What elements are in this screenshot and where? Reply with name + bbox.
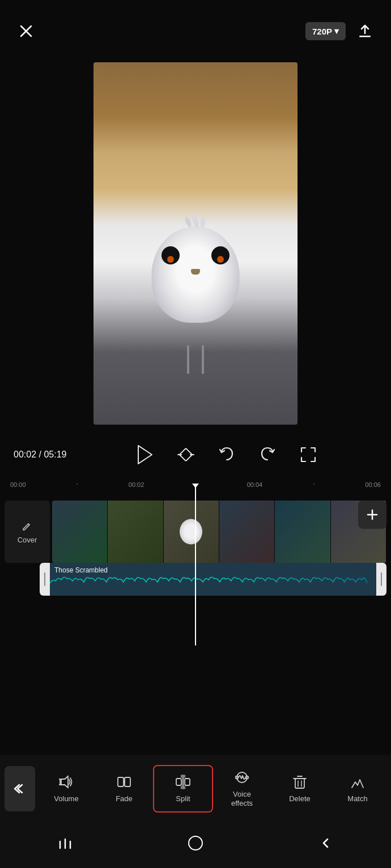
ruler-mark-0: 00:00 <box>10 481 26 488</box>
resolution-arrow-icon: ▾ <box>334 26 339 36</box>
upload-icon <box>357 23 373 39</box>
match-icon <box>350 774 366 790</box>
voice-effects-icon <box>234 769 250 785</box>
toolbar-items: Volume Fade Split <box>37 765 386 812</box>
resolution-button[interactable]: 720P ▾ <box>305 22 346 40</box>
back-chevron-icon <box>14 783 26 795</box>
home-icon <box>187 835 204 852</box>
header-right: 720P ▾ <box>305 19 377 44</box>
resolution-label: 720P <box>312 27 332 36</box>
undo-button[interactable] <box>215 443 238 466</box>
waveform-visualization <box>50 574 367 592</box>
svg-rect-16 <box>125 777 130 786</box>
svg-rect-28 <box>295 779 304 788</box>
toolbar-item-match[interactable]: Match <box>329 765 386 812</box>
video-preview <box>94 62 298 425</box>
playback-controls <box>76 443 377 466</box>
undo-icon <box>218 446 235 463</box>
redo-icon <box>259 446 276 463</box>
menu-icon <box>58 836 73 850</box>
playhead <box>195 487 196 645</box>
audio-handle-left[interactable] <box>40 563 50 596</box>
audio-track[interactable]: Those Scrambled <box>40 563 386 596</box>
cover-label: Cover <box>18 536 37 544</box>
nav-back-button[interactable] <box>309 829 343 857</box>
fullscreen-button[interactable] <box>297 443 320 466</box>
bottom-toolbar: Volume Fade Split <box>0 755 391 823</box>
fade-label: Fade <box>116 794 133 803</box>
audio-handle-right[interactable] <box>376 563 386 596</box>
ruler-mark-6: 00:06 <box>365 481 381 488</box>
svg-line-8 <box>28 524 29 525</box>
split-label: Split <box>176 794 190 803</box>
toolbar-back-button[interactable] <box>5 766 35 811</box>
nav-home-button[interactable] <box>178 829 212 857</box>
playhead-top <box>192 484 199 488</box>
svg-rect-20 <box>185 779 190 785</box>
play-button[interactable] <box>134 443 156 466</box>
strip-thumb-5 <box>275 501 330 563</box>
video-strip[interactable] <box>52 501 386 563</box>
strip-thumb-2 <box>108 501 163 563</box>
keyframe-button[interactable] <box>175 443 197 466</box>
svg-point-36 <box>189 836 202 850</box>
svg-rect-19 <box>176 779 181 785</box>
plus-icon <box>366 508 379 521</box>
match-label: Match <box>347 794 367 803</box>
close-icon <box>19 24 33 39</box>
fade-icon <box>116 774 132 790</box>
toolbar-item-fade[interactable]: Fade <box>95 765 153 812</box>
delete-icon <box>292 774 308 790</box>
ruler-mark-2: 00:02 <box>129 481 144 488</box>
svg-rect-15 <box>118 777 124 786</box>
playback-bar: 00:02 / 05:19 <box>0 435 391 474</box>
svg-marker-4 <box>138 446 152 464</box>
split-icon <box>175 774 191 790</box>
fullscreen-icon <box>300 446 317 463</box>
redo-button[interactable] <box>256 443 279 466</box>
voice-effects-label: Voiceeffects <box>231 790 253 807</box>
total-time: 05:19 <box>44 450 66 459</box>
nav-back-icon <box>320 837 332 849</box>
ruler-mark-4: 00:04 <box>247 481 263 488</box>
video-frame <box>94 62 298 425</box>
delete-label: Delete <box>289 794 311 803</box>
edit-cover-icon <box>21 520 33 532</box>
time-display: 00:02 / 05:19 <box>14 450 76 460</box>
strip-thumb-1 <box>52 501 108 563</box>
header: 720P ▾ <box>0 0 391 62</box>
add-clip-button[interactable] <box>358 501 386 529</box>
toolbar-item-voice-effects[interactable]: Voiceeffects <box>213 765 271 812</box>
close-button[interactable] <box>14 19 39 44</box>
audio-track-name: Those Scrambled <box>54 566 108 574</box>
volume-icon <box>58 774 74 790</box>
toolbar-item-volume[interactable]: Volume <box>37 765 95 812</box>
play-icon <box>136 444 154 465</box>
toolbar-item-split[interactable]: Split <box>153 765 213 812</box>
nav-menu-button[interactable] <box>48 829 82 857</box>
upload-button[interactable] <box>352 19 377 44</box>
strip-thumb-3 <box>164 501 219 563</box>
keyframe-icon <box>177 446 195 464</box>
audio-track-content: Those Scrambled <box>50 563 376 596</box>
nav-bar <box>0 823 391 868</box>
svg-rect-2 <box>359 36 371 37</box>
svg-marker-11 <box>61 776 68 788</box>
ruler-dot-1: • <box>76 481 78 488</box>
volume-label: Volume <box>54 794 78 803</box>
toolbar-item-delete[interactable]: Delete <box>271 765 329 812</box>
strip-thumb-4 <box>219 501 275 563</box>
ruler-dot-5: • <box>313 481 314 488</box>
cover-panel[interactable]: Cover <box>5 501 50 563</box>
current-time: 00:02 <box>14 450 36 459</box>
